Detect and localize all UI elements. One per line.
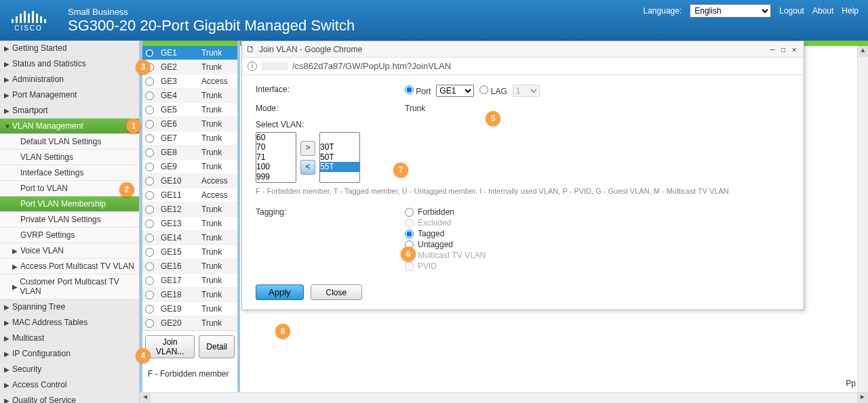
scroll-right-icon[interactable]: ►	[857, 393, 868, 403]
sidebar-item[interactable]: ▶Administration	[0, 72, 139, 87]
port-select[interactable]: GE1	[436, 85, 474, 97]
port-radio[interactable]	[145, 291, 154, 299]
lag-radio[interactable]	[479, 85, 488, 94]
sidebar-item[interactable]: ▶MAC Address Tables	[0, 315, 139, 331]
tagging-option: PVID	[405, 261, 486, 271]
port-radio[interactable]	[145, 205, 154, 214]
sidebar-item[interactable]: ▼VLAN Management	[0, 119, 139, 134]
port-row[interactable]: GE6Trunk	[142, 117, 237, 131]
port-row[interactable]: GE13Trunk	[142, 217, 237, 231]
sidebar-item[interactable]: ▶Voice VLAN	[0, 243, 139, 259]
port-row[interactable]: GE20Trunk	[142, 316, 237, 331]
tagging-option-label: Excluded	[418, 218, 451, 228]
chevron-right-icon: ▶	[4, 366, 12, 373]
port-radio[interactable]	[145, 177, 154, 186]
port-row[interactable]: GE3Access	[142, 75, 237, 89]
port-row[interactable]: GE9Trunk	[142, 160, 237, 174]
sidebar-item[interactable]: ▶Getting Started	[0, 41, 139, 56]
port-row[interactable]: GE4Trunk	[142, 89, 237, 103]
tagging-option[interactable]: Tagged	[405, 229, 486, 238]
scroll-left-icon[interactable]: ◄	[140, 393, 151, 403]
port-radio[interactable]	[145, 248, 154, 257]
join-vlan-button[interactable]: Join VLAN...	[145, 335, 195, 358]
port-row[interactable]: GE14Trunk	[142, 231, 237, 245]
port-radio[interactable]	[145, 219, 154, 228]
port-row[interactable]: GE12Trunk	[142, 203, 237, 217]
language-select[interactable]: English	[690, 4, 771, 18]
sidebar-item[interactable]: GVRP Settings	[0, 228, 139, 243]
maximize-icon[interactable]: ☐	[778, 45, 789, 54]
sidebar-item[interactable]: ▶Status and Statistics	[0, 56, 139, 72]
port-radio[interactable]	[145, 163, 154, 171]
port-radio[interactable]	[145, 234, 154, 242]
bottom-scrollbar[interactable]: ◄ ►	[140, 392, 868, 403]
move-right-icon[interactable]: >	[300, 141, 315, 156]
details-button[interactable]: Detail	[199, 335, 235, 358]
sidebar-item[interactable]: ▶Access Control	[0, 377, 139, 393]
port-radio[interactable]	[145, 134, 154, 143]
port-radio-label[interactable]: Port	[405, 85, 431, 96]
port-radio[interactable]	[145, 120, 154, 129]
port-radio[interactable]	[145, 319, 154, 328]
sidebar-item[interactable]: ▶Customer Port Multicast TV VLAN	[0, 274, 139, 299]
sidebar-item[interactable]: Port to VLAN	[0, 181, 139, 196]
sidebar-item[interactable]: Port VLAN Membership	[0, 196, 139, 212]
port-radio[interactable]	[145, 77, 154, 86]
sidebar-item[interactable]: ▶Port Management	[0, 87, 139, 103]
port-radio[interactable]	[145, 106, 154, 114]
port-row[interactable]: GE17Trunk	[142, 274, 237, 288]
sidebar-item[interactable]: ▶Security	[0, 362, 139, 377]
port-radio[interactable]	[145, 262, 154, 271]
port-row[interactable]: GE7Trunk	[142, 131, 237, 146]
scroll-up-icon[interactable]: ▲	[858, 46, 868, 57]
right-scrollbar[interactable]: ▲	[857, 46, 868, 403]
port-row[interactable]: GE18Trunk	[142, 288, 237, 302]
callout-2: 2	[119, 182, 134, 197]
port-radio[interactable]	[145, 91, 154, 100]
port-row[interactable]: GE5Trunk	[142, 103, 237, 117]
tagging-option[interactable]: Untagged	[405, 240, 486, 249]
port-row[interactable]: GE8Trunk	[142, 146, 237, 160]
about-link[interactable]: About	[812, 6, 833, 16]
port-row[interactable]: GE10Access	[142, 174, 237, 188]
move-left-icon[interactable]: <	[300, 160, 315, 175]
popup-close-button[interactable]: Close	[311, 284, 363, 300]
port-row[interactable]: GE16Trunk	[142, 259, 237, 274]
sidebar-item[interactable]: ▶IP Configuration	[0, 346, 139, 362]
sidebar-item[interactable]: ▶Quality of Service	[0, 393, 139, 403]
port-row[interactable]: GE15Trunk	[142, 245, 237, 259]
port-radio[interactable]	[145, 148, 154, 157]
product-small: Small Business	[68, 7, 355, 17]
tagging-radio[interactable]	[405, 208, 414, 217]
port-row[interactable]: GE19Trunk	[142, 302, 237, 316]
sidebar-item-label: VLAN Settings	[20, 152, 73, 162]
minimize-icon[interactable]: —	[767, 45, 778, 54]
port-row[interactable]: GE1Trunk	[142, 46, 237, 60]
sidebar-item[interactable]: ▶Multicast	[0, 331, 139, 346]
port-radio[interactable]	[145, 49, 154, 58]
sidebar-item[interactable]: ▶Access Port Multicast TV VLAN	[0, 259, 139, 274]
sidebar-item[interactable]: Private VLAN Settings	[0, 212, 139, 228]
port-radio[interactable]	[405, 85, 414, 94]
port-row[interactable]: GE11Access	[142, 188, 237, 203]
port-radio[interactable]	[145, 276, 154, 285]
port-radio[interactable]	[145, 191, 154, 200]
help-link[interactable]: Help	[842, 6, 859, 16]
sidebar-item[interactable]: VLAN Settings	[0, 150, 139, 165]
selected-vlans-list[interactable]: 30T50T55T	[319, 132, 360, 183]
sidebar-item[interactable]: Default VLAN Settings	[0, 134, 139, 150]
chevron-right-icon: ▶	[4, 303, 12, 311]
available-vlans-list[interactable]: 607071100999	[256, 132, 296, 183]
lag-radio-label[interactable]: LAG	[479, 85, 507, 96]
sidebar-item[interactable]: Interface Settings	[0, 165, 139, 181]
apply-button[interactable]: Apply	[256, 284, 304, 300]
sidebar-item[interactable]: ▶Smartport	[0, 103, 139, 119]
tagging-option[interactable]: Forbidden	[405, 207, 486, 217]
logout-link[interactable]: Logout	[779, 6, 804, 16]
sidebar-item[interactable]: ▶Spanning Tree	[0, 299, 139, 315]
close-icon[interactable]: ✕	[789, 45, 800, 54]
tagging-radio[interactable]	[405, 230, 414, 238]
sidebar[interactable]: ▶Getting Started▶Status and Statistics▶A…	[0, 41, 140, 403]
port-row[interactable]: GE2Trunk	[142, 60, 237, 75]
port-radio[interactable]	[145, 305, 154, 314]
